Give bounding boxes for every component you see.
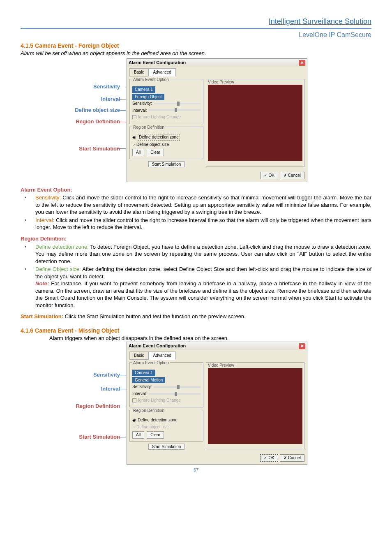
group-alarm-event-option: Alarm Event Option [132,77,170,82]
label-sensitivity: Sensitivity: [132,101,152,106]
radio-define-object-size-b[interactable]: ○ [132,424,135,430]
group-alarm-event-option-b: Alarm Event Option [132,361,170,365]
section-415-lede: Alarm will be set off when an object app… [21,50,371,57]
video-preview-area [208,85,302,161]
bullet-define-object-size: Define Object size: After defining the d… [21,266,371,309]
page-header-1: Intelligent Surveillance Solution [269,17,371,25]
ok-button-b[interactable]: ✓OK [260,454,278,462]
annotation-sensitivity: Sensitivity [21,83,123,90]
dialog-alarm-event-config-b: Alarm Event Configuration ✕ Basic Advanc… [127,342,307,464]
section-416-heading: 4.1.6 Camera Event - Missing Object [21,327,371,335]
checkbox-ignore-lighting[interactable] [132,115,136,119]
label-define-detection-zone: Define detection zone [138,134,180,141]
tab-basic-b[interactable]: Basic [129,352,148,360]
section-415-heading: 4.1.5 Camera Event - Foreign Object [21,42,371,50]
event-badge-b: General Motion [132,377,165,384]
dialog-title-b: Alarm Event Configuration [129,343,186,349]
page-header-2: LevelOne IP CamSecure [21,30,371,39]
heading-region-definition: Region Definition: [21,235,371,243]
annotation-interval-b: Interval [21,385,123,393]
label-define-object-size-b: Define object size [136,424,169,430]
label-interval-b: Interval: [132,391,147,397]
tab-advanced[interactable]: Advanced [148,68,175,76]
all-button-b[interactable]: All [132,431,144,439]
video-preview-area-b [208,368,302,444]
annotation-interval: Interval [21,95,123,103]
annotation-define-object-size: Define object size [21,106,123,114]
camera-badge-b: Camera 1 [132,370,155,376]
section-416-lede: Alarm triggers when an object disappears… [49,335,371,342]
label-ignore-lighting: Ignore Lighting Change [138,114,181,120]
page-number: 57 [21,467,371,473]
annotation-start-simulation: Start Simulation [21,145,123,153]
cancel-button[interactable]: ✗Cancel [280,172,304,179]
annotation-region-definition-b: Region Definition [21,402,123,410]
bullet-define-detection-zone: Define detection zone: To detect Foreign… [21,243,371,265]
camera-badge: Camera 1 [132,86,155,93]
heading-alarm-event-option: Alarm Event Option: [21,186,371,194]
label-ignore-lighting-b: Ignore Lighting Change [138,398,181,403]
label-sensitivity-b: Sensitivity: [132,384,152,390]
dialog-title: Alarm Event Configuration [129,60,186,66]
annotation-start-simulation-b: Start Simulation [21,433,123,441]
header-divider [21,28,371,29]
sensitivity-slider-b[interactable] [154,386,201,388]
annotation-sensitivity-b: Sensitivity [21,371,123,379]
x-icon-b: ✗ [284,455,287,461]
label-define-detection-zone-b: Define detection zone [138,417,178,423]
all-button[interactable]: All [132,149,144,156]
radio-define-detection-zone-b[interactable]: ◉ [132,417,136,423]
start-simulation-button[interactable]: Start Simulation [148,161,185,167]
event-badge: Foreign Object [132,94,164,100]
radio-define-object-size[interactable]: ○ [132,142,135,148]
annotation-region-definition: Region Definition [21,118,123,125]
clear-button-b[interactable]: Clear [147,431,164,439]
tab-advanced-b[interactable]: Advanced [148,352,175,360]
label-define-object-size: Define object size [136,142,169,148]
label-interval: Interval: [132,108,147,113]
close-icon-b[interactable]: ✕ [299,343,305,349]
sensitivity-slider[interactable] [154,103,201,104]
radio-define-detection-zone[interactable]: ◉ [132,134,136,140]
group-video-preview-b: Video Preview [206,363,304,368]
close-icon[interactable]: ✕ [299,60,305,66]
cancel-button-b[interactable]: ✗Cancel [280,454,304,462]
check-icon: ✓ [264,173,267,178]
x-icon: ✗ [284,173,287,178]
group-region-definition-b: Region Definition [132,408,165,413]
group-region-definition: Region Definition [132,125,165,130]
interval-slider-b[interactable] [149,393,201,395]
group-video-preview: Video Preview [206,79,304,85]
paragraph-start-simulation: Start Simulation: Click the Start Simula… [21,313,371,320]
checkbox-ignore-lighting-b[interactable] [132,398,136,402]
check-icon-b: ✓ [264,455,267,461]
bullet-sensitivity: Sensitivity: Click and move the slider c… [21,194,371,216]
dialog-alarm-event-config-a: Alarm Event Configuration ✕ Basic Advanc… [127,58,307,182]
bullet-interval: Interval: Click and move the slider cont… [21,217,371,231]
clear-button[interactable]: Clear [147,149,164,156]
start-simulation-button-b[interactable]: Start Simulation [148,444,185,450]
tab-basic[interactable]: Basic [129,68,148,76]
ok-button[interactable]: ✓OK [260,172,278,179]
interval-slider[interactable] [149,109,201,111]
